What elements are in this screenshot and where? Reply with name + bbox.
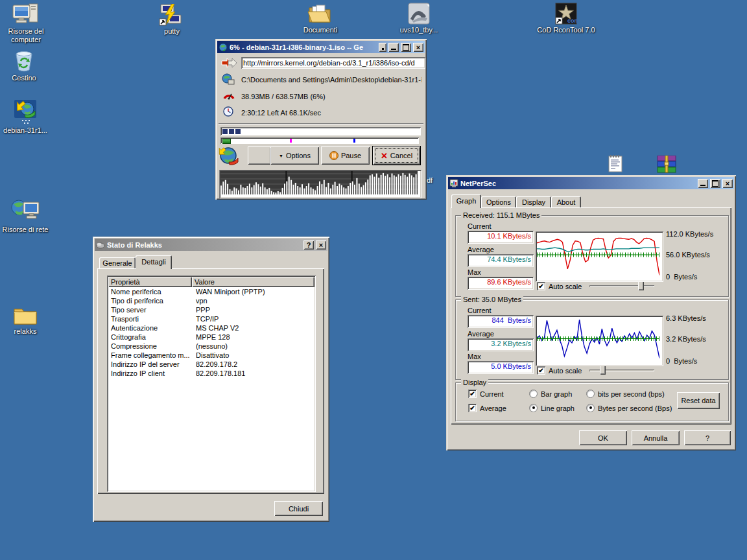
annulla-button[interactable]: Annulla (632, 430, 680, 445)
column-header-property[interactable]: Proprietà (108, 277, 192, 287)
sent-autoscale-checkbox[interactable]: ✔ (537, 366, 545, 375)
received-autoscale-slider[interactable] (589, 281, 654, 291)
bytes-per-second-radio[interactable] (586, 404, 595, 412)
url-field[interactable]: http://mirrors.kernel.org/debian-cd/3.1_… (241, 57, 425, 69)
segment-start-block (222, 139, 231, 144)
sent-autoscale-slider-thumb[interactable] (600, 366, 606, 375)
received-average-value: 74.4 KBytes/s (468, 254, 534, 267)
desktop-icon-notepad-file[interactable] (607, 154, 624, 172)
desktop-icon-label: putty (164, 27, 180, 36)
desktop-icon-my-computer[interactable]: Risorse del computer (0, 3, 52, 44)
tab-dettagli[interactable]: Dettagli (136, 255, 172, 269)
netpersec-titlebar[interactable]: NetPerSec × (448, 177, 734, 189)
table-row[interactable]: Frame collegamento m...Disattivato (108, 351, 314, 360)
column-header-value[interactable]: Valore (192, 277, 314, 287)
minimize-button[interactable] (388, 43, 399, 52)
pause-icon (329, 151, 338, 160)
minimize-button[interactable] (698, 179, 708, 188)
desktop-icon-uvs10[interactable]: uvs10_tby... (392, 3, 446, 34)
listview-header: Proprietà Valore (108, 277, 314, 287)
desktop-icon-relakks-folder[interactable]: relakks (1, 305, 50, 336)
tab-display[interactable]: Display (516, 196, 551, 208)
display-group: Display ✔ Current ✔ Average Bar graph Li… (455, 382, 729, 421)
desktop-icon-putty[interactable]: putty (148, 4, 196, 36)
blank-button[interactable] (248, 146, 271, 165)
pause-button[interactable]: Pause (321, 146, 370, 165)
slider-track (589, 369, 654, 371)
dropdown-arrow-icon: ▼ (279, 154, 283, 158)
received-scale-top: 112.0 KBytes/s (666, 230, 713, 238)
received-current-value: 10.1 KBytes/s (468, 231, 534, 244)
maximize-button[interactable] (401, 43, 411, 52)
desktop-icon-winrar[interactable] (655, 156, 678, 174)
tab-label: Options (486, 198, 511, 206)
received-max-value: 89.6 KBytes/s (468, 277, 534, 290)
hidden-icon-label-fragment: df (427, 176, 433, 184)
tab-options[interactable]: Options (481, 196, 516, 208)
getright-titlebar[interactable]: 6% - debian-31r1-i386-binary-1.iso -- Ge… (217, 41, 425, 53)
table-row[interactable]: Compressione(nessuno) (108, 342, 314, 351)
close-icon: × (319, 241, 323, 249)
table-row[interactable]: AutenticazioneMS CHAP V2 (108, 323, 314, 332)
minimize-icon (391, 49, 396, 50)
tab-generale[interactable]: Generale (99, 257, 136, 269)
cancel-button-label: Cancel (390, 152, 412, 159)
progress-marker-magenta (290, 139, 292, 143)
received-autoscale-slider-thumb[interactable] (638, 281, 644, 290)
getright-logo-icon (218, 145, 239, 166)
display-average-checkbox[interactable]: ✔ (468, 404, 477, 412)
getright-download-icon (13, 99, 38, 125)
desktop-icon-debian-download[interactable]: debian-31r1... (1, 99, 50, 135)
sent-max-label: Max (468, 353, 481, 360)
table-row[interactable]: Nome perifericaWAN Miniport (PPTP) (108, 287, 314, 296)
table-row[interactable]: TrasportiTCP/IP (108, 314, 314, 323)
desktop-icon-documents[interactable]: Documenti (296, 3, 344, 34)
table-row[interactable]: CrittografiaMPPE 128 (108, 332, 314, 342)
rollup-button[interactable] (379, 43, 386, 52)
options-button[interactable]: ▼ Options (270, 146, 319, 165)
bar-graph-radio[interactable] (529, 390, 538, 398)
received-current-label: Current (468, 222, 492, 230)
notepad-icon (608, 154, 622, 172)
options-button-label: Options (286, 152, 311, 159)
line-graph-radio[interactable] (529, 404, 538, 412)
sent-max-value: 5.0 KBytes/s (468, 361, 534, 374)
sent-autoscale-label: Auto scale (549, 367, 582, 375)
tab-about[interactable]: About (551, 196, 581, 208)
table-row[interactable]: Tipo serverPPP (108, 305, 314, 314)
maximize-button[interactable] (710, 179, 720, 188)
svg-text:con: con (567, 18, 577, 24)
annulla-button-label: Annulla (644, 434, 668, 442)
close-button[interactable]: × (722, 179, 733, 188)
tab-graph[interactable]: Graph (451, 194, 481, 208)
bits-per-second-radio[interactable] (586, 390, 595, 398)
table-row[interactable]: Tipo di perifericavpn (108, 296, 314, 305)
help-button[interactable]: ? (303, 240, 314, 250)
received-max-label: Max (468, 268, 481, 276)
chiudi-button[interactable]: Chiudi (274, 501, 323, 516)
display-current-label: Current (480, 390, 504, 398)
ok-button[interactable]: OK (579, 430, 627, 445)
sent-autoscale-slider[interactable] (589, 365, 654, 375)
display-current-checkbox[interactable]: ✔ (468, 390, 477, 398)
received-autoscale-checkbox[interactable]: ✔ (537, 282, 545, 290)
desktop-icon-network-places[interactable]: Risorse di rete (1, 198, 50, 234)
table-row[interactable]: Indirizzo IP del server82.209.178.2 (108, 360, 314, 369)
reset-data-button[interactable]: Reset data (677, 392, 720, 409)
cancel-x-icon: ✕ (381, 151, 388, 161)
close-button[interactable]: × (413, 43, 423, 52)
desktop-icon-recycle-bin[interactable]: Cestino (0, 48, 48, 82)
sent-current-value: 844 Bytes/s (468, 315, 534, 328)
desktop-icon-label: Risorse di rete (3, 226, 49, 234)
table-row[interactable]: Indirizzo IP client82.209.178.181 (108, 369, 314, 378)
cancel-button[interactable]: ✕ Cancel (373, 146, 420, 165)
close-button[interactable]: × (316, 240, 326, 250)
received-average-label: Average (468, 246, 494, 253)
relakks-titlebar[interactable]: Stato di Relakks ? × (95, 239, 327, 251)
desktop-icon-cod-rcontool[interactable]: con CoD RconTool 7.0 (537, 3, 595, 34)
received-group: Received: 115.1 MBytes Current 10.1 KByt… (455, 215, 729, 297)
transfer-history-svg (220, 171, 418, 194)
progress-bar-segments (220, 127, 421, 135)
dialog-help-button[interactable]: ? (684, 430, 731, 445)
uvs10-installer-icon (407, 3, 431, 25)
